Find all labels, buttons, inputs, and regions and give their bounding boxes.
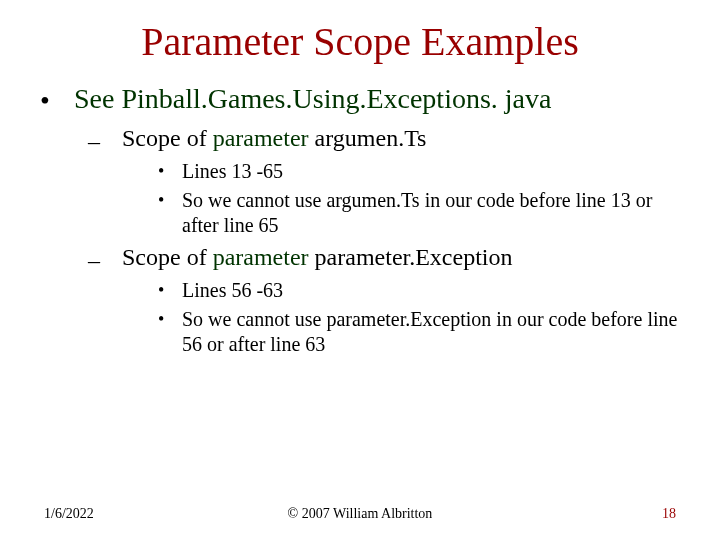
bullet-dot-icon: •: [158, 278, 182, 299]
l3-text: Lines 13 -65: [182, 159, 283, 184]
parameter-keyword: parameter: [213, 244, 309, 270]
slide-title: Parameter Scope Examples: [40, 18, 680, 65]
footer-copyright: © 2007 William Albritton: [0, 506, 720, 522]
l1-text: See Pinball.Games.Using.Exceptions. java: [74, 83, 551, 115]
bullet-dash-icon: –: [88, 125, 122, 153]
parameter-name: argumen.Ts: [309, 125, 427, 151]
bullet-dot-icon: •: [158, 159, 182, 180]
bullet-dot-icon: •: [158, 188, 182, 209]
bullet-dot-icon: •: [158, 307, 182, 328]
footer-date: 1/6/2022: [44, 506, 94, 522]
bullet-level3: • Lines 56 -63: [158, 278, 680, 303]
l3-text: So we cannot use parameter.Exception in …: [182, 307, 680, 357]
scope-of-text: Scope of: [122, 244, 213, 270]
parameter-name: parameter.Exception: [309, 244, 513, 270]
l2-text: Scope of parameter argumen.Ts: [122, 125, 426, 152]
bullet-level3: • So we cannot use parameter.Exception i…: [158, 307, 680, 357]
scope-of-text: Scope of: [122, 125, 213, 151]
bullet-dash-icon: –: [88, 244, 122, 272]
bullet-level2: – Scope of parameter parameter.Exception: [88, 244, 680, 272]
bullet-level3: • So we cannot use argumen.Ts in our cod…: [158, 188, 680, 238]
bullet-level3: • Lines 13 -65: [158, 159, 680, 184]
l3-text: So we cannot use argumen.Ts in our code …: [182, 188, 680, 238]
l3-text: Lines 56 -63: [182, 278, 283, 303]
bullet-level2: – Scope of parameter argumen.Ts: [88, 125, 680, 153]
parameter-keyword: parameter: [213, 125, 309, 151]
footer-page-number: 18: [662, 506, 676, 522]
slide: Parameter Scope Examples • See Pinball.G…: [0, 0, 720, 540]
footer: 1/6/2022 © 2007 William Albritton 18: [0, 506, 720, 522]
bullet-dot-icon: •: [40, 83, 74, 115]
l2-text: Scope of parameter parameter.Exception: [122, 244, 513, 271]
bullet-level1: • See Pinball.Games.Using.Exceptions. ja…: [40, 83, 680, 115]
